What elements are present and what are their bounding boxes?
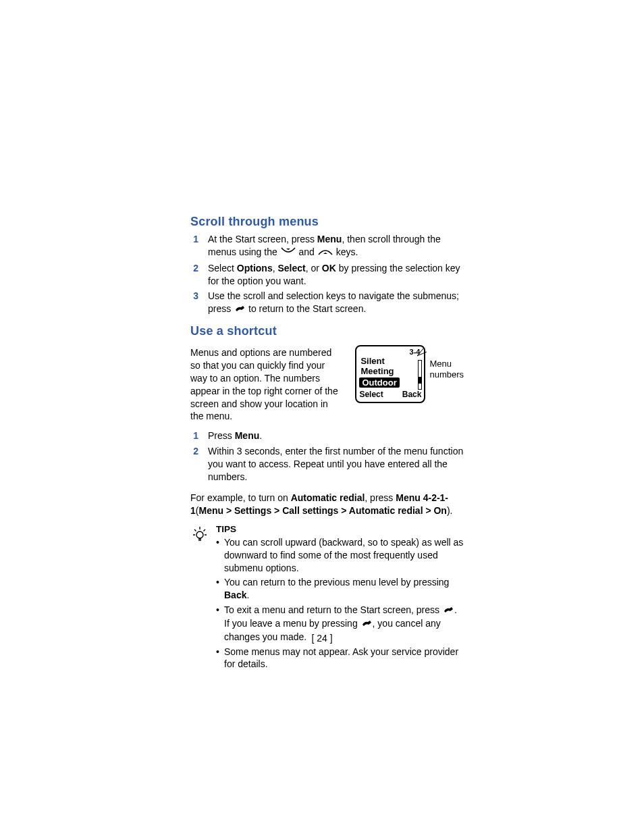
steps-scroll: 1 At the Start screen, press Menu, then …: [190, 233, 464, 316]
lightbulb-icon: [190, 524, 209, 673]
step-body: At the Start screen, press Menu, then sc…: [208, 233, 464, 259]
end-key-icon: [360, 618, 373, 631]
shortcut-example: For example, to turn on Automatic redial…: [190, 492, 464, 517]
step-3: 3 Use the scroll and selection keys to n…: [190, 290, 464, 316]
shortcut-step-2: 2 Within 3 seconds, enter the first numb…: [190, 445, 464, 484]
tip-4: • Some menus may not appear. Ask your se…: [216, 646, 464, 671]
profile-row-meeting: Meeting: [359, 366, 421, 376]
step-2: 2 Select Options, Select, or OK by press…: [190, 262, 464, 288]
softkey-right: Back: [402, 390, 422, 399]
step-number: 1: [190, 233, 198, 259]
tip-1: • You can scroll upward (backward, so to…: [216, 536, 464, 575]
step-number: 2: [190, 445, 198, 484]
softkey-left: Select: [359, 390, 383, 399]
tips-block: TIPS • You can scroll upward (backward, …: [190, 524, 464, 673]
menu-number-indicator: 3-4: [359, 348, 420, 356]
up-scroll-key-icon: [317, 246, 333, 259]
softkeys: Select Back: [359, 390, 421, 399]
step-body: Select Options, Select, or OK by pressin…: [208, 262, 464, 288]
profile-row-outdoor-selected: Outdoor: [359, 377, 399, 388]
svg-point-0: [196, 531, 203, 538]
phone-illustration: 3-4 Silent Meeting Outdoor Select Back M…: [355, 342, 464, 403]
steps-shortcut: 1 Press Menu. 2 Within 3 seconds, enter …: [190, 429, 464, 484]
shortcut-intro-row: Menus and options are numbered so that y…: [190, 342, 464, 427]
step-1: 1 At the Start screen, press Menu, then …: [190, 233, 464, 259]
tips-title: TIPS: [216, 524, 464, 534]
step-number: 3: [190, 290, 198, 316]
step-body: Within 3 seconds, enter the first number…: [208, 445, 464, 484]
end-key-icon: [234, 303, 246, 316]
shortcut-intro-text: Menus and options are numbered so that y…: [190, 346, 339, 423]
profile-row-silent: Silent: [359, 356, 421, 366]
step-number: 2: [190, 262, 198, 288]
step-body: Press Menu.: [208, 429, 464, 442]
end-key-icon: [442, 604, 454, 617]
down-scroll-key-icon: [280, 246, 296, 259]
shortcut-step-1: 1 Press Menu.: [190, 429, 464, 442]
phone-scrollbar: [418, 360, 422, 390]
step-number: 1: [190, 429, 198, 442]
callout-menu-numbers: Menu numbers: [429, 345, 464, 380]
page-number: [ 24 ]: [0, 633, 644, 644]
tip-2: • You can return to the previous menu le…: [216, 576, 464, 602]
heading-use-a-shortcut: Use a shortcut: [190, 324, 464, 338]
tips-content: TIPS • You can scroll upward (backward, …: [216, 524, 464, 673]
heading-scroll-through-menus: Scroll through menus: [190, 215, 464, 229]
phone-screen: 3-4 Silent Meeting Outdoor Select Back: [355, 345, 425, 403]
manual-page: Scroll through menus 1 At the Start scre…: [0, 0, 644, 834]
step-body: Use the scroll and selection keys to nav…: [208, 290, 464, 316]
